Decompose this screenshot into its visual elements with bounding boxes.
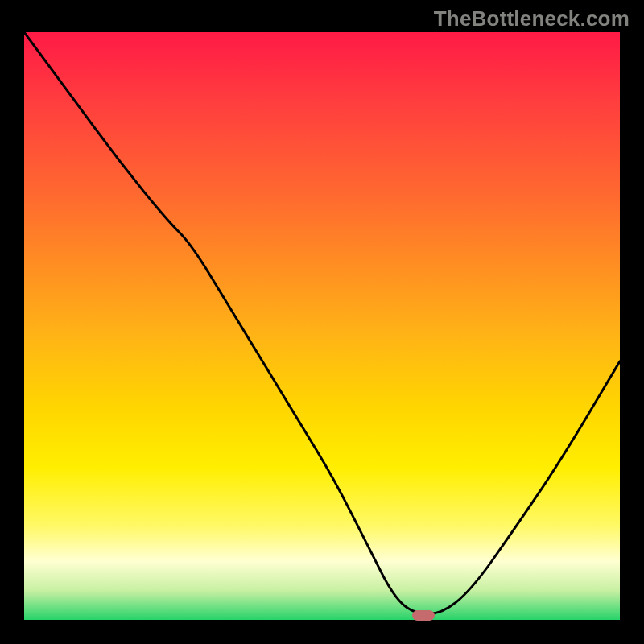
chart-frame: TheBottleneck.com	[0, 0, 644, 644]
curve-path	[24, 32, 620, 614]
watermark-text: TheBottleneck.com	[434, 6, 630, 31]
bottleneck-curve	[24, 32, 620, 620]
optimum-marker	[412, 610, 435, 621]
plot-area	[24, 32, 620, 620]
